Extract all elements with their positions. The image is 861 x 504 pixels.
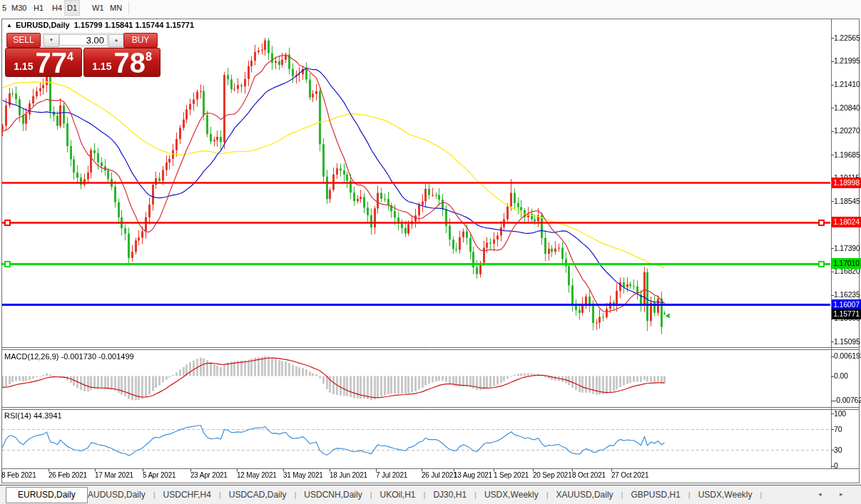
sell-price-box[interactable]: 1.15 77 4	[5, 48, 82, 77]
price-tick-label: 1.20840	[834, 103, 860, 112]
price-tag-118024: 1.18024	[832, 217, 861, 227]
timeframe-button-d1[interactable]: D1	[64, 0, 80, 16]
macd-tick-label: -0.007621	[834, 396, 861, 404]
date-tick-label: 20 Sep 2021	[533, 471, 572, 479]
price-tick-label: 1.20270	[834, 126, 860, 135]
tab-usdcnh-daily-4[interactable]: USDCNH,Daily	[296, 490, 370, 500]
tab-xauusd-daily-8[interactable]: XAUUSD,Daily	[549, 490, 621, 500]
symbol-tab-bar: EURUSD,Daily AUDUSD,Daily|USDCHF,H4|USDC…	[0, 485, 861, 504]
price-tick-label: 1.21995	[834, 56, 860, 65]
price-tick-label: 1.15095	[834, 337, 860, 346]
buy-button[interactable]: BUY	[123, 33, 158, 48]
sell-button[interactable]: SELL	[6, 33, 41, 48]
timeframe-button-mn[interactable]: MN	[108, 0, 124, 16]
date-tick-label: 27 Oct 2021	[611, 471, 648, 479]
date-tick-label: 8 Oct 2021	[572, 471, 606, 479]
price-tick-label: 1.17390	[834, 244, 860, 252]
price-tick-label: 1.16235	[834, 290, 860, 299]
chart-collapse-icon[interactable]: ▲	[6, 22, 12, 29]
tab-usdchf-h4-2[interactable]: USDCHF,H4	[156, 490, 219, 500]
tab-eurusd-daily[interactable]: EURUSD,Daily	[6, 487, 88, 503]
timeframe-button-h4[interactable]: H4	[50, 0, 64, 16]
price-tick-label: 1.19685	[834, 150, 860, 159]
timeframe-button-h1[interactable]: H1	[31, 0, 46, 16]
tabs-scroll-left-icon[interactable]: ◂	[818, 490, 822, 498]
date-tick-label: 5 Apr 2021	[143, 471, 175, 479]
toolbar-divider	[128, 1, 129, 14]
tab-ukoil-h1-5[interactable]: UKOil,H1	[372, 490, 424, 500]
date-tick-label: 31 May 2021	[283, 471, 323, 479]
chart-ohlc-header: ▲EURUSD,Daily 1.15799 1.15841 1.15744 1.…	[6, 21, 194, 29]
tab-usdx-weekly-10[interactable]: USDX,Weekly	[691, 490, 760, 500]
price-tag-115771: 1.15771	[832, 309, 861, 319]
price-tick-label: 1.21410	[834, 80, 860, 88]
sell-price-main: 77	[35, 51, 67, 75]
timeframe-button-5[interactable]: 5	[0, 0, 9, 16]
rsi-indicator-label: RSI(14) 44.3941	[4, 411, 62, 420]
date-tick-label: 26 Feb 2021	[49, 471, 87, 479]
date-tick-label: 17 Mar 2021	[95, 471, 133, 479]
date-tick-label: 1 Sep 2021	[494, 471, 529, 479]
date-tick-label: 26 Jul 2021	[422, 471, 457, 479]
sell-price-prefix: 1.15	[14, 61, 33, 72]
price-tick-label: 1.18545	[834, 197, 860, 205]
price-tag-117010: 1.17010	[832, 258, 861, 269]
date-tick-label: 18 Jun 2021	[330, 471, 367, 479]
tab-audusd-daily-1[interactable]: AUDUSD,Daily	[80, 490, 153, 500]
timeframe-toolbar: 5M30H1H4D1W1MN	[0, 0, 861, 18]
chart-ohlc-values: 1.15799 1.15841 1.15744 1.15771	[74, 21, 194, 29]
tab-separator: |	[760, 490, 762, 499]
price-tag-118998: 1.18998	[832, 178, 861, 188]
buy-price-pip: 8	[146, 51, 152, 63]
timeframe-button-m30[interactable]: M30	[9, 0, 29, 16]
volume-decrease-button[interactable]: ▼	[44, 34, 59, 47]
date-tick-label: 7 Jul 2021	[376, 471, 407, 479]
date-tick-label: 12 May 2021	[237, 471, 277, 479]
tab-dj30-h1-6[interactable]: DJ30,H1	[425, 490, 474, 500]
chart-symbol-label: EURUSD,Daily	[16, 21, 70, 29]
date-tick-label: 13 Aug 2021	[454, 471, 492, 479]
macd-indicator-label: MACD(12,26,9) -0.001730 -0.001499	[4, 352, 134, 361]
buy-price-box[interactable]: 1.15 78 8	[83, 48, 161, 77]
macd-tick-label: 0.00	[834, 371, 848, 380]
sell-price-pip: 4	[67, 51, 73, 63]
tabs-scroll-right-icon[interactable]: ▸	[840, 490, 843, 498]
tab-usdcad-daily-3[interactable]: USDCAD,Daily	[221, 490, 295, 500]
buy-price-prefix: 1.15	[92, 61, 111, 72]
rsi-tick-label: 0	[834, 461, 838, 470]
one-click-trade-panel: SELL ▼ ▲ BUY 1.15 77 4 1.15 78 8	[6, 32, 161, 76]
rsi-tick-label: 70	[834, 425, 842, 433]
tab-gbpusd-h1-9[interactable]: GBPUSD,H1	[623, 490, 688, 500]
rsi-tick-label: 100	[834, 409, 846, 418]
macd-tick-label: 0.006193	[834, 351, 861, 360]
date-tick-label: 8 Feb 2021	[1, 471, 36, 479]
tab-usdx-weekly-7[interactable]: USDX,Weekly	[477, 490, 546, 500]
volume-input[interactable]	[59, 34, 108, 46]
buy-price-main: 78	[113, 51, 146, 75]
price-tick-label: 1.22565	[834, 34, 860, 42]
symbol-tabs: AUDUSD,Daily|USDCHF,H4|USDCAD,Daily|USDC…	[80, 485, 762, 504]
timeframe-button-w1[interactable]: W1	[90, 0, 106, 16]
volume-increase-button[interactable]: ▲	[108, 34, 124, 47]
date-tick-label: 23 Apr 2021	[190, 471, 228, 479]
rsi-tick-label: 30	[834, 446, 842, 454]
